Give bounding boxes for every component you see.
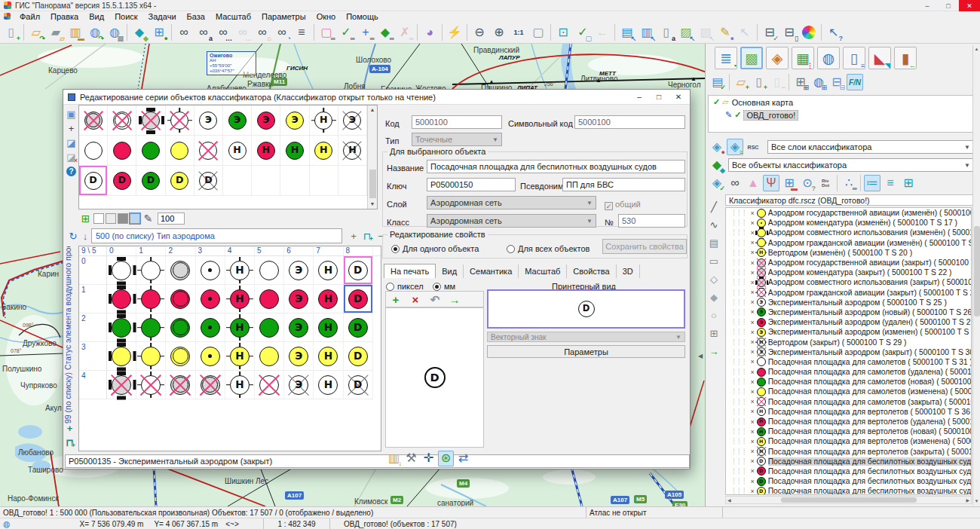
help-cursor[interactable]: ↖? — [825, 23, 843, 41]
close-button[interactable]: ✕ — [959, 0, 980, 11]
zoom-1-1[interactable]: 1:1 — [510, 23, 528, 41]
palette-cell[interactable] — [252, 166, 280, 196]
radio-single-object[interactable]: Для одного объекта — [391, 244, 479, 253]
object-list[interactable]: ≡ — [292, 23, 311, 41]
save[interactable]: ▣ — [65, 108, 78, 121]
map-composition[interactable]: ⊞● — [150, 23, 168, 41]
vector-sign-select[interactable]: Векторный знак▼ — [487, 332, 685, 342]
print[interactable]: ⊟✓ — [761, 23, 779, 41]
series-grid-cell[interactable] — [196, 285, 225, 313]
series-grid-cell[interactable] — [255, 371, 284, 399]
scroll-left-icon[interactable]: ◀ — [727, 497, 731, 503]
series-grid-cell[interactable]: Э — [284, 256, 314, 285]
palette-cell[interactable]: Э — [280, 105, 309, 136]
tab-exit[interactable]: ▮← — [894, 47, 917, 69]
palette-cell[interactable]: Н — [338, 136, 367, 166]
series-grid-cell[interactable] — [136, 285, 166, 313]
tab-3D[interactable]: 3D — [617, 264, 640, 278]
measurements[interactable]: ✎● — [716, 23, 734, 41]
series-grid-cell[interactable] — [107, 313, 136, 342]
tree-item[interactable]: ┊┊┊×НПосадочная площадка для вертолетов … — [726, 417, 971, 427]
series-grid-cell[interactable] — [196, 342, 225, 371]
filter-area[interactable]: ▲ — [745, 175, 761, 191]
scroll-right-icon[interactable]: ▶ — [966, 497, 969, 503]
panel-splitter[interactable]: ◀ — [698, 353, 703, 359]
tree-item[interactable]: ┊┊┊×НПосадочная площадка для вертолетов … — [726, 427, 971, 436]
series-grid-cell[interactable] — [196, 256, 225, 285]
open-project[interactable]: ◍▤ — [106, 23, 124, 41]
view-back[interactable]: ← — [593, 23, 611, 41]
layer-select[interactable]: Аэродромная сеть▼ — [427, 196, 596, 209]
series-title-field[interactable]: 500 (по списку) Тип аэродрома — [91, 228, 342, 243]
select-map-dim[interactable]: ▨↖ — [697, 23, 715, 41]
objects-dropdown[interactable]: Все объекты классификатора▼ — [728, 158, 974, 172]
tree-item[interactable]: ┊┊┊×ЭЭкспериментальный аэродром (закрыт)… — [726, 347, 971, 357]
series-grid-cell[interactable] — [166, 342, 195, 371]
radio-off-icon[interactable] — [507, 245, 515, 253]
tree-item[interactable]: ┊┊┊×Аэродром совместного использования (… — [726, 228, 971, 237]
refresh[interactable]: ↻ — [67, 230, 79, 242]
name-input[interactable]: Посадочная площадка для беспилотных возд… — [427, 160, 685, 173]
strip-spline[interactable]: ∿ — [706, 217, 721, 232]
tab-internet[interactable]: ◍ — [817, 47, 840, 69]
strip-export[interactable]: → — [706, 344, 721, 359]
series-grid-cell[interactable]: D — [344, 313, 373, 342]
palette-cell[interactable]: Э — [223, 105, 252, 136]
series-grid-cell[interactable]: Н — [314, 342, 343, 371]
tree-item[interactable]: ┊┊┊×DПосадочная площадка для беспилотных… — [726, 476, 971, 486]
tree-item[interactable]: ┊┊┊×Посадочная площадка для самолетов (з… — [726, 397, 971, 407]
find-by-name[interactable]: ∞a — [194, 23, 213, 41]
series-grid-cell[interactable]: D — [344, 371, 373, 399]
tab-Вид[interactable]: Вид — [436, 264, 464, 278]
tab-matrix[interactable]: ▦⋮ — [792, 47, 814, 69]
help[interactable]: ? — [65, 165, 78, 178]
menu-Поиск[interactable]: Поиск — [109, 12, 142, 21]
palette-cell[interactable] — [108, 105, 136, 136]
series-insert[interactable]: ⊓+ — [64, 437, 75, 448]
series-grid-cell[interactable]: Н — [225, 313, 255, 342]
tab-Масштаб[interactable]: Масштаб — [519, 264, 567, 278]
globe-icon[interactable]: ◍ — [3, 519, 11, 529]
series-grid-cell[interactable]: D — [344, 256, 373, 285]
series-grid-cell[interactable]: Н — [314, 371, 343, 399]
clear[interactable]: ⚒ — [403, 451, 419, 466]
palette-cell[interactable]: Н — [280, 136, 309, 166]
select-layers[interactable]: ◆∞ — [376, 23, 394, 41]
series-grid-cell[interactable]: Э — [284, 371, 314, 399]
palette-cell[interactable]: Н — [223, 136, 252, 166]
strip-circle[interactable]: ○ — [706, 307, 721, 323]
open-site[interactable]: ▰▱ — [47, 23, 65, 41]
find-advanced[interactable]: ∞… — [214, 23, 232, 41]
series-grid-cell[interactable] — [255, 256, 284, 285]
select-cancel[interactable]: ✗∞ — [396, 23, 414, 41]
color-swatch[interactable] — [106, 213, 116, 224]
filter-view[interactable]: ⊙? — [799, 175, 816, 191]
tree-item[interactable]: ┊┊┊×Посадочная площадка для самолетов ( … — [726, 357, 971, 367]
dialog-minimize-button[interactable]: – — [629, 90, 649, 104]
tab-На печать[interactable]: На печать — [384, 264, 436, 278]
tab-navigation[interactable]: ◣◥ — [868, 47, 891, 69]
background-value-input[interactable] — [158, 213, 185, 225]
series-grid-cell[interactable] — [136, 342, 166, 371]
tags[interactable]: ◪ — [65, 136, 78, 149]
series-grid-cell[interactable] — [166, 256, 195, 285]
tree-item[interactable]: ┊┊┊×Аэродром комендатура (закрыт) ( 5000… — [726, 268, 971, 277]
series-grid-cell[interactable]: Э — [284, 313, 314, 342]
strip-grid[interactable]: ⊞ — [706, 326, 721, 341]
background-contrast[interactable]: ✎ — [142, 213, 155, 225]
symcode-input[interactable]: 5000100 — [574, 115, 685, 129]
palette-cell[interactable] — [310, 166, 338, 196]
series-grid-cell[interactable] — [255, 342, 284, 371]
tab-structure[interactable]: ≣▪ — [715, 47, 737, 69]
menu-Задачи[interactable]: Задачи — [143, 12, 182, 21]
center-frame[interactable]: ⊡ — [554, 23, 572, 41]
save-props-button[interactable]: Сохранить свойства — [602, 239, 687, 254]
scroll-thumb[interactable] — [369, 170, 376, 198]
tree-item[interactable]: ┊┊┊×Посадочная площадка для самолетов (у… — [726, 367, 971, 377]
tree-item[interactable]: ┊┊┊×Аэродром государственной авиации (за… — [726, 258, 971, 268]
color-swatch[interactable] — [93, 213, 104, 224]
palette-scrollbar[interactable]: ▲ ▼ — [367, 105, 377, 209]
palette-cell[interactable]: D — [79, 166, 108, 196]
tab-atlas[interactable]: ◈ — [766, 47, 789, 69]
tree-item[interactable]: ┊┊┊×Аэродром гражданской авиации (закрыт… — [726, 288, 971, 298]
